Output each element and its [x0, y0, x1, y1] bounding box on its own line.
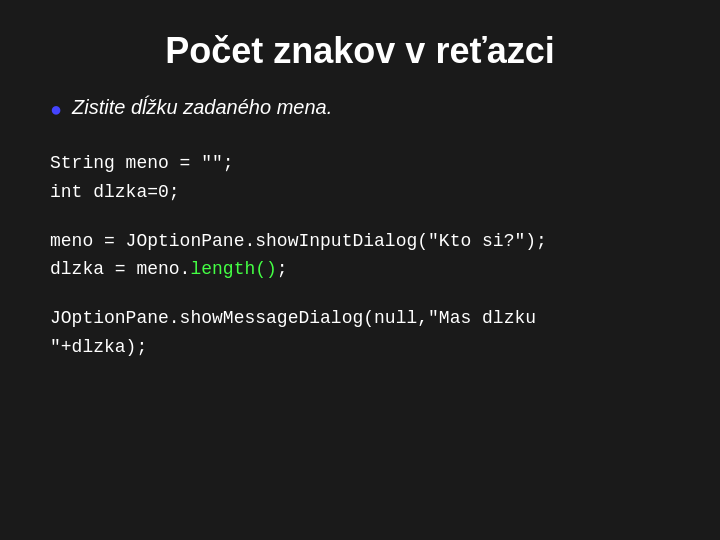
slide-title: Počet znakov v reťazci	[50, 30, 670, 72]
subtitle-text: Zistite dĺžku zadaného mena.	[72, 96, 332, 119]
bullet-point: ●	[50, 98, 62, 121]
code-section-1: String meno = ""; int dlzka=0;	[50, 149, 670, 207]
code-line-5: JOptionPane.showMessageDialog(null,"Mas …	[50, 304, 670, 333]
code-line-6: "+dlzka);	[50, 333, 670, 362]
code-block: String meno = ""; int dlzka=0; meno = JO…	[50, 149, 670, 382]
code-line-1: String meno = "";	[50, 149, 670, 178]
code-line-3: meno = JOptionPane.showInputDialog("Kto …	[50, 227, 670, 256]
slide: Počet znakov v reťazci ● Zistite dĺžku z…	[0, 0, 720, 540]
subtitle-row: ● Zistite dĺžku zadaného mena.	[50, 96, 670, 121]
code-section-3: JOptionPane.showMessageDialog(null,"Mas …	[50, 304, 670, 362]
code-line-4: dlzka = meno.length();	[50, 255, 670, 284]
code-line-2: int dlzka=0;	[50, 178, 670, 207]
code-section-2: meno = JOptionPane.showInputDialog("Kto …	[50, 227, 670, 285]
